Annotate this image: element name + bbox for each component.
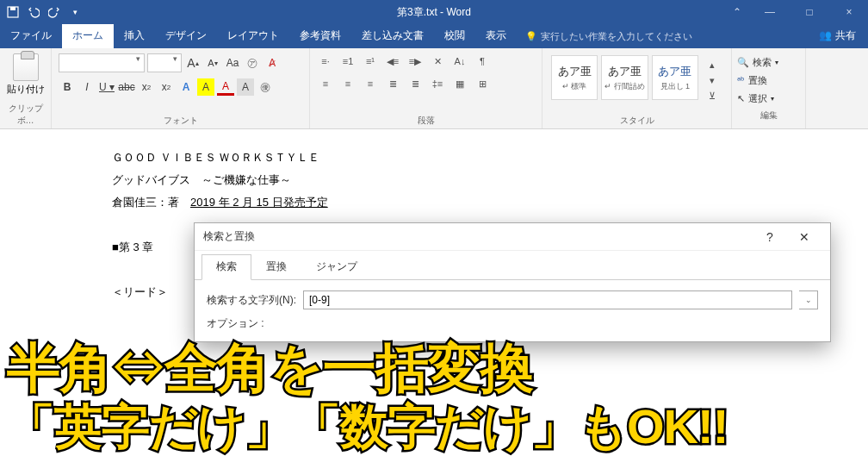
- dialog-tab-replace[interactable]: 置換: [251, 254, 301, 279]
- dialog-body: 検索する文字列(N): ⌄ オプション :: [195, 280, 830, 341]
- find-what-input[interactable]: [303, 290, 792, 309]
- style-normal[interactable]: あア亜↵ 標準: [551, 55, 598, 100]
- phonetic-guide-icon[interactable]: ㋐: [244, 54, 261, 72]
- styles-down-icon[interactable]: ▾: [704, 72, 721, 88]
- bold-button[interactable]: B: [59, 78, 76, 96]
- dialog-help-button[interactable]: ?: [753, 230, 787, 244]
- share-icon: 👥: [819, 29, 832, 41]
- justify-icon[interactable]: ≣: [384, 76, 401, 91]
- align-center-icon[interactable]: ≡: [339, 76, 356, 91]
- select-button[interactable]: ↖選択 ▾: [735, 90, 802, 108]
- enclose-character-icon[interactable]: ㊝: [257, 78, 274, 96]
- doc-text: 倉園佳三：著: [112, 196, 190, 209]
- font-color-button[interactable]: A: [217, 78, 234, 96]
- text-effects-icon[interactable]: A: [177, 78, 195, 96]
- dialog-tab-jump[interactable]: ジャンプ: [301, 254, 372, 279]
- shading-icon[interactable]: ▦: [451, 76, 468, 91]
- doc-line: ＧＯＯＤ ＶＩＢＥＳ ＷＯＲＫＳＴＹＬＥ: [112, 147, 808, 169]
- close-button[interactable]: ×: [830, 0, 868, 24]
- tab-design[interactable]: デザイン: [155, 23, 217, 48]
- undo-icon[interactable]: [28, 6, 40, 18]
- borders-icon[interactable]: ⊞: [474, 76, 491, 91]
- ribbon-options-icon[interactable]: ⌃: [725, 0, 749, 24]
- replace-label: 置換: [748, 74, 767, 87]
- multilevel-list-icon[interactable]: ≡¹: [362, 53, 379, 69]
- styles-more-icon[interactable]: ⊻: [704, 88, 721, 103]
- style-sample: あア亜: [658, 64, 691, 79]
- group-editing-label: 編集: [735, 108, 802, 123]
- decrease-indent-icon[interactable]: ◀≡: [384, 53, 401, 69]
- group-editing: 🔍検索 ▾ ᵃᵇ置換 ↖選択 ▾ 編集: [732, 48, 806, 128]
- tab-layout[interactable]: レイアウト: [217, 23, 289, 48]
- find-button[interactable]: 🔍検索 ▾: [735, 53, 802, 72]
- ribbon: 貼り付け クリップボ… A▴ A▾ Aa ㋐ A̷ B I U ▾ abc x2…: [0, 48, 868, 129]
- tab-review[interactable]: 校閲: [434, 23, 475, 48]
- character-shading-icon[interactable]: A: [237, 78, 254, 96]
- italic-button[interactable]: I: [78, 78, 96, 96]
- paste-label[interactable]: 貼り付け: [7, 83, 45, 96]
- find-what-label: 検索する文字列(N):: [207, 293, 296, 308]
- subscript-button[interactable]: x2: [138, 78, 155, 96]
- dialog-titlebar[interactable]: 検索と置換 ? ✕: [195, 223, 830, 251]
- change-case-icon[interactable]: Aa: [224, 54, 241, 72]
- align-right-icon[interactable]: ≡: [362, 76, 379, 91]
- style-nospacing[interactable]: あア亜↵ 行間詰め: [601, 55, 648, 100]
- superscript-button[interactable]: x2: [158, 78, 175, 96]
- tab-file[interactable]: ファイル: [0, 23, 62, 48]
- align-left-icon[interactable]: ≡: [317, 76, 334, 91]
- doc-line: グッドバイブス ～ご機嫌な仕事～: [112, 169, 808, 191]
- replace-button[interactable]: ᵃᵇ置換: [735, 72, 802, 90]
- select-label: 選択: [748, 92, 767, 105]
- increase-indent-icon[interactable]: ≡▶: [406, 53, 424, 69]
- highlight-button[interactable]: A: [197, 78, 214, 96]
- group-clipboard-label: クリップボ…: [5, 101, 46, 128]
- dialog-close-button[interactable]: ✕: [787, 230, 822, 244]
- tab-references[interactable]: 参考資料: [289, 23, 351, 48]
- titlebar: ▾ 第3章.txt - Word ⌃ — □ ×: [0, 0, 868, 24]
- underline-button[interactable]: U ▾: [98, 78, 115, 96]
- bullets-icon[interactable]: ≡·: [317, 53, 334, 69]
- grow-font-icon[interactable]: A▴: [184, 54, 202, 72]
- tab-view[interactable]: 表示: [475, 23, 517, 48]
- style-heading1[interactable]: あア亜見出し 1: [652, 55, 698, 100]
- minimize-button[interactable]: —: [751, 0, 789, 24]
- share-button[interactable]: 👥共有: [807, 23, 868, 48]
- distributed-icon[interactable]: ≣: [406, 76, 424, 91]
- group-paragraph: ≡· ≡1 ≡¹ ◀≡ ≡▶ ✕ A↓ ¶ ≡ ≡ ≡ ≣ ≣ ‡≡ ▦ ⊞ 段…: [310, 48, 542, 128]
- numbering-icon[interactable]: ≡1: [339, 53, 356, 69]
- asian-layout-icon[interactable]: ✕: [429, 53, 446, 69]
- show-marks-icon[interactable]: ¶: [474, 53, 491, 69]
- style-label: ↵ 行間詰め: [604, 81, 645, 92]
- search-icon: 🔍: [737, 57, 749, 68]
- replace-icon: ᵃᵇ: [737, 75, 745, 86]
- qat-dropdown-icon[interactable]: ▾: [69, 6, 81, 18]
- font-size-select[interactable]: [147, 53, 182, 72]
- paste-icon[interactable]: [13, 53, 39, 81]
- style-label: 見出し 1: [660, 81, 691, 92]
- clear-formatting-icon[interactable]: A̷: [264, 54, 281, 72]
- strikethrough-button[interactable]: abc: [118, 78, 135, 96]
- share-label: 共有: [835, 29, 856, 41]
- group-styles-label: スタイル: [548, 113, 726, 128]
- window-controls: ⌃ — □ ×: [725, 0, 868, 24]
- dialog-tab-find[interactable]: 検索: [202, 254, 251, 280]
- find-history-dropdown[interactable]: ⌄: [799, 290, 818, 309]
- find-options-label: オプション :: [207, 316, 818, 331]
- font-family-select[interactable]: [59, 53, 145, 72]
- bulb-icon: 💡: [525, 31, 537, 42]
- group-styles: あア亜↵ 標準 あア亜↵ 行間詰め あア亜見出し 1 ▴ ▾ ⊻ スタイル: [542, 48, 732, 128]
- line-spacing-icon[interactable]: ‡≡: [429, 76, 446, 91]
- tab-insert[interactable]: 挿入: [114, 23, 155, 48]
- tab-mailings[interactable]: 差し込み文書: [351, 23, 434, 48]
- tab-home[interactable]: ホーム: [62, 23, 114, 48]
- group-clipboard: 貼り付け クリップボ…: [0, 48, 52, 128]
- doc-line: 倉園佳三：著 2019 年 2 月 15 日発売予定: [112, 191, 808, 214]
- redo-icon[interactable]: [48, 6, 60, 18]
- sort-icon[interactable]: A↓: [451, 53, 468, 69]
- style-label: ↵ 標準: [562, 81, 587, 92]
- shrink-font-icon[interactable]: A▾: [204, 54, 221, 72]
- tell-me[interactable]: 💡実行したい作業を入力してください: [517, 25, 701, 48]
- styles-up-icon[interactable]: ▴: [704, 57, 721, 72]
- save-icon[interactable]: [7, 6, 19, 18]
- maximize-button[interactable]: □: [790, 0, 828, 24]
